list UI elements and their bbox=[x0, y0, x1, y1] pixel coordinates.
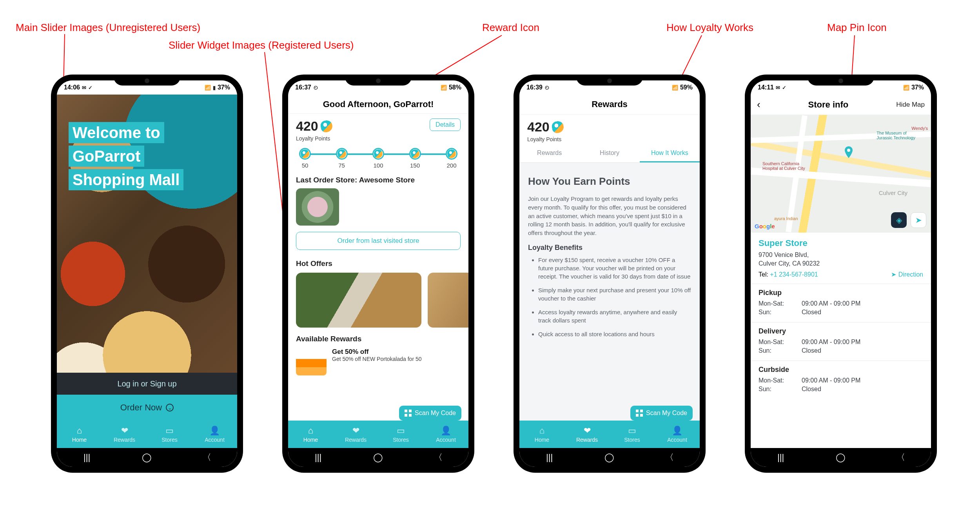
tab-account[interactable]: 👤Account bbox=[655, 421, 700, 448]
offer-card[interactable] bbox=[296, 273, 421, 328]
tab-rewards[interactable]: ❤Rewards bbox=[333, 421, 378, 448]
benefits-heading: Loyalty Benefits bbox=[528, 244, 691, 252]
tab-label: Rewards bbox=[345, 437, 367, 443]
scan-label: Scan My Code bbox=[415, 410, 456, 417]
status-battery: 37% bbox=[218, 84, 230, 91]
offer-card[interactable] bbox=[428, 273, 468, 328]
map-layers-button[interactable]: ◈ bbox=[891, 212, 907, 228]
points-caption: Loyalty Points bbox=[288, 135, 468, 144]
milestone-item: 200 bbox=[446, 148, 457, 169]
hot-offers-slider[interactable] bbox=[296, 273, 468, 328]
android-back[interactable]: 〈 bbox=[201, 452, 212, 463]
page-title: Rewards bbox=[519, 95, 700, 115]
milestone-item: 50 bbox=[299, 148, 311, 169]
hero-title: Welcome to GoParrot Shopping Mall bbox=[69, 122, 183, 193]
status-time: 14:11 bbox=[758, 84, 774, 91]
map-poi-hospital: Southern California Hospital at Culver C… bbox=[762, 161, 805, 171]
tab-stores[interactable]: ▭Stores bbox=[378, 421, 423, 448]
hero-slider[interactable]: Welcome to GoParrot Shopping Mall Log in… bbox=[57, 95, 237, 421]
android-nav-bar: ||| ◯ 〈 bbox=[288, 448, 468, 467]
hours-time: 09:00 AM - 09:00 PM bbox=[802, 300, 860, 307]
wifi-icon: 📶 bbox=[205, 85, 211, 91]
phone-link[interactable]: +1 234-567-8901 bbox=[770, 271, 818, 278]
android-nav-bar: ||| ◯ 〈 bbox=[519, 448, 700, 467]
subtab-rewards[interactable]: Rewards bbox=[519, 145, 579, 162]
last-order-heading: Last Order Store: Awesome Store bbox=[288, 172, 468, 187]
hide-map-button[interactable]: Hide Map bbox=[896, 101, 925, 109]
person-icon: 👤 bbox=[672, 426, 682, 436]
annotation-map-pin: Map Pin Icon bbox=[827, 22, 887, 34]
signal-icon: ▮ bbox=[213, 85, 216, 91]
tab-rewards[interactable]: ❤Rewards bbox=[564, 421, 610, 448]
phone-rewards-howitworks: 16:39⏲ 📶59% Rewards 420 Loyalty Points R… bbox=[514, 75, 706, 473]
tab-home[interactable]: ⌂Home bbox=[519, 421, 564, 448]
store-icon: ▭ bbox=[628, 426, 636, 436]
reward-image bbox=[296, 348, 327, 375]
reward-parrot-icon bbox=[410, 149, 420, 159]
annotation-reward-icon: Reward Icon bbox=[482, 22, 539, 34]
status-battery: 59% bbox=[680, 84, 693, 91]
android-recents[interactable]: ||| bbox=[82, 452, 93, 463]
android-recents[interactable]: ||| bbox=[544, 452, 555, 463]
points-caption: Loyalty Points bbox=[519, 136, 700, 145]
reward-parrot-icon bbox=[300, 149, 310, 159]
tab-account[interactable]: 👤Account bbox=[192, 421, 237, 448]
tab-home[interactable]: ⌂Home bbox=[288, 421, 333, 448]
tab-home[interactable]: ⌂Home bbox=[57, 421, 102, 448]
home-icon: ⌂ bbox=[308, 426, 313, 436]
android-recents[interactable]: ||| bbox=[775, 452, 786, 463]
android-recents[interactable]: ||| bbox=[313, 452, 324, 463]
map-locate-button[interactable]: ➤ bbox=[911, 212, 926, 228]
benefit-item: For every $150 spent, receive a voucher … bbox=[538, 256, 691, 280]
login-signup-bar[interactable]: Log in or Sign up bbox=[57, 373, 237, 395]
android-back[interactable]: 〈 bbox=[895, 452, 906, 463]
heart-icon: ❤ bbox=[584, 426, 591, 436]
last-order-thumbnail[interactable] bbox=[296, 188, 339, 226]
tab-rewards[interactable]: ❤Rewards bbox=[102, 421, 147, 448]
reward-parrot-icon bbox=[337, 149, 347, 159]
tab-stores[interactable]: ▭Stores bbox=[610, 421, 655, 448]
loyalty-points-display: 420 bbox=[296, 118, 332, 134]
store-phone: Tel: +1 234-567-8901 bbox=[759, 271, 818, 278]
android-home[interactable]: ◯ bbox=[373, 452, 384, 463]
benefits-list: For every $150 spent, receive a voucher … bbox=[528, 256, 691, 338]
reward-parrot-icon bbox=[447, 149, 457, 159]
hours-delivery: Delivery Mon-Sat:09:00 AM - 09:00 PM Sun… bbox=[751, 322, 931, 361]
subtab-how-it-works[interactable]: How It Works bbox=[640, 145, 700, 162]
android-home[interactable]: ◯ bbox=[604, 452, 615, 463]
android-home[interactable]: ◯ bbox=[835, 452, 846, 463]
status-battery: 37% bbox=[911, 84, 924, 91]
details-button[interactable]: Details bbox=[430, 118, 461, 131]
hours-day: Mon-Sat: bbox=[759, 339, 802, 346]
points-value: 420 bbox=[527, 119, 550, 135]
map-poi-wendys: Wendy's bbox=[911, 126, 928, 131]
directions-button[interactable]: ➤Direction bbox=[891, 271, 923, 278]
benefit-item: Quick access to all store locations and … bbox=[538, 330, 691, 338]
reward-text: Get 50% offGet 50% off NEW Portokalada f… bbox=[332, 348, 461, 375]
hero-line: Shopping Mall bbox=[69, 169, 183, 190]
subtab-history[interactable]: History bbox=[579, 145, 639, 162]
android-home[interactable]: ◯ bbox=[142, 452, 152, 463]
chevron-down-icon: ⌄ bbox=[166, 404, 174, 412]
qr-icon bbox=[405, 410, 412, 417]
order-again-button[interactable]: Order from last visited store bbox=[296, 232, 461, 250]
android-back[interactable]: 〈 bbox=[433, 452, 444, 463]
tab-stores[interactable]: ▭Stores bbox=[147, 421, 192, 448]
store-map[interactable]: The Museum of Jurassic Technology Wendy'… bbox=[751, 115, 931, 233]
back-button[interactable]: ‹ bbox=[757, 98, 760, 111]
android-nav-bar: ||| ◯ 〈 bbox=[57, 448, 237, 467]
phone-notch bbox=[576, 75, 643, 86]
hours-time: 09:00 AM - 09:00 PM bbox=[802, 377, 860, 384]
map-poi-museum: The Museum of Jurassic Technology bbox=[877, 131, 915, 140]
order-now-button[interactable]: Order Now ⌄ bbox=[57, 395, 237, 421]
scan-code-button[interactable]: Scan My Code bbox=[630, 406, 693, 421]
tab-account[interactable]: 👤Account bbox=[423, 421, 468, 448]
android-back[interactable]: 〈 bbox=[664, 452, 675, 463]
phone-notch bbox=[808, 75, 874, 86]
tab-label: Rewards bbox=[576, 437, 598, 443]
reward-item[interactable]: Get 50% offGet 50% off NEW Portokalada f… bbox=[288, 346, 468, 378]
milestone-label: 75 bbox=[338, 162, 345, 169]
scan-code-button[interactable]: Scan My Code bbox=[399, 406, 461, 421]
person-icon: 👤 bbox=[209, 426, 220, 436]
google-logo: Google bbox=[755, 223, 775, 230]
